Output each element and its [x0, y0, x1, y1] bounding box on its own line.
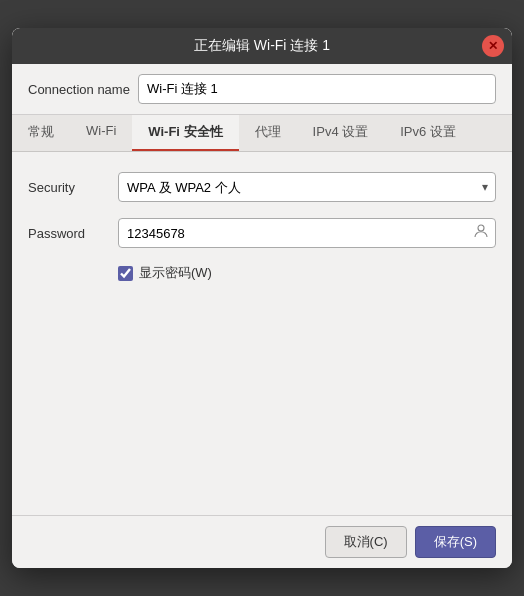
tab-proxy[interactable]: 代理	[239, 115, 297, 151]
tab-wifi-security[interactable]: Wi-Fi 安全性	[132, 115, 238, 151]
close-button[interactable]: ✕	[482, 35, 504, 57]
password-row: Password	[28, 218, 496, 248]
password-label: Password	[28, 226, 118, 241]
connection-name-row: Connection name	[12, 64, 512, 115]
security-label: Security	[28, 180, 118, 195]
tab-ipv6[interactable]: IPv6 设置	[384, 115, 472, 151]
tab-bar: 常规 Wi-Fi Wi-Fi 安全性 代理 IPv4 设置 IPv6 设置	[12, 115, 512, 152]
close-icon: ✕	[488, 39, 498, 53]
password-input-wrapper	[118, 218, 496, 248]
wifi-edit-dialog: 正在编辑 Wi-Fi 连接 1 ✕ Connection name 常规 Wi-…	[12, 28, 512, 568]
dialog-title: 正在编辑 Wi-Fi 连接 1	[194, 37, 330, 55]
tab-content-wifi-security: Security WPA 及 WPA2 个人 ▾ Password	[12, 152, 512, 515]
svg-point-0	[478, 225, 484, 231]
tab-ipv4[interactable]: IPv4 设置	[297, 115, 385, 151]
person-icon[interactable]	[472, 222, 490, 244]
bottom-bar: 取消(C) 保存(S)	[12, 515, 512, 568]
cancel-button[interactable]: 取消(C)	[325, 526, 407, 558]
tab-wifi[interactable]: Wi-Fi	[70, 115, 132, 151]
connection-name-input[interactable]	[138, 74, 496, 104]
show-password-checkbox[interactable]	[118, 266, 133, 281]
show-password-label[interactable]: 显示密码(W)	[139, 264, 212, 282]
security-row: Security WPA 及 WPA2 个人 ▾	[28, 172, 496, 202]
save-button[interactable]: 保存(S)	[415, 526, 496, 558]
show-password-row: 显示密码(W)	[118, 264, 496, 282]
connection-name-label: Connection name	[28, 82, 138, 97]
title-bar: 正在编辑 Wi-Fi 连接 1 ✕	[12, 28, 512, 64]
tab-general[interactable]: 常规	[12, 115, 70, 151]
security-select[interactable]: WPA 及 WPA2 个人	[118, 172, 496, 202]
password-input[interactable]	[118, 218, 496, 248]
security-select-wrapper: WPA 及 WPA2 个人 ▾	[118, 172, 496, 202]
